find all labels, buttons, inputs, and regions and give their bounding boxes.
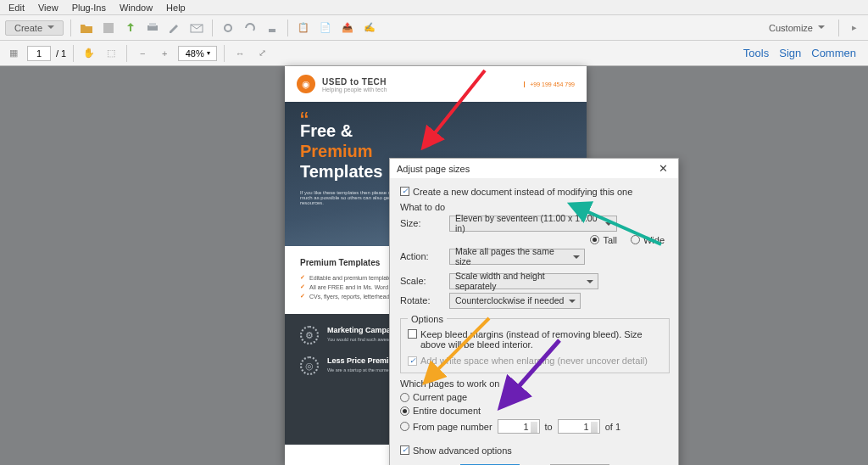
refresh-icon[interactable] bbox=[242, 20, 259, 36]
tools-link[interactable]: Tools bbox=[743, 47, 769, 59]
from-page-radio[interactable]: From page number bbox=[400, 422, 492, 432]
page-total: / 1 bbox=[56, 48, 66, 59]
brand-name: USED to TECH bbox=[322, 77, 387, 87]
to-label: to bbox=[545, 422, 553, 432]
stamp-icon[interactable] bbox=[264, 20, 281, 36]
thumbnails-icon[interactable]: ▦ bbox=[5, 45, 22, 62]
whitespace-checkbox: Add white space when enlarging (never un… bbox=[408, 356, 648, 366]
document-stage: ◉ USED to TECH Helping people with tech … bbox=[0, 66, 868, 465]
rotate-label: Rotate: bbox=[400, 295, 442, 305]
fit-page-icon[interactable]: ⤢ bbox=[253, 45, 270, 62]
fit-width-icon[interactable]: ↔ bbox=[231, 45, 248, 62]
scale-dropdown[interactable]: Scale width and height separately bbox=[449, 273, 598, 289]
print-icon[interactable] bbox=[144, 20, 161, 36]
page-number-input[interactable]: 1 bbox=[27, 46, 51, 61]
action-label: Action: bbox=[400, 251, 442, 261]
menu-bar: Edit View Plug-Ins Window Help bbox=[0, 0, 868, 15]
zoom-in-icon[interactable]: + bbox=[156, 45, 173, 62]
to-page-input[interactable]: 1 bbox=[558, 419, 600, 434]
overflow-icon[interactable]: ▸ bbox=[846, 20, 863, 36]
brand-logo-icon: ◉ bbox=[297, 75, 315, 93]
hero-line3: Templates bbox=[300, 162, 382, 181]
size-dropdown[interactable]: Eleven by seventeen (11.00 x 17.00 in) bbox=[449, 216, 617, 232]
adjust-page-sizes-dialog: Adjust page sizes ✕ Create a new documen… bbox=[389, 158, 679, 465]
save-icon[interactable] bbox=[100, 20, 117, 36]
brand-phone: +99 199 454 799 bbox=[524, 81, 575, 87]
chevron-down-icon bbox=[818, 25, 825, 30]
svg-rect-5 bbox=[269, 29, 275, 32]
page-icon[interactable]: 📄 bbox=[317, 20, 334, 36]
open-icon[interactable] bbox=[78, 20, 95, 36]
tall-radio[interactable]: Tall bbox=[590, 235, 617, 245]
main-toolbar: Create 📋 📄 📤 ✍ Customize ▸ bbox=[0, 15, 868, 41]
size-label: Size: bbox=[400, 218, 442, 228]
zoom-out-icon[interactable]: − bbox=[134, 45, 151, 62]
gear-icon: ⚙ bbox=[300, 326, 319, 345]
customize-button[interactable]: Customize bbox=[762, 21, 832, 35]
scale-label: Scale: bbox=[400, 276, 442, 286]
select-tool-icon[interactable]: ⬚ bbox=[103, 45, 120, 62]
svg-point-4 bbox=[225, 25, 231, 31]
what-to-do-label: What to do bbox=[400, 202, 670, 212]
edit-icon[interactable] bbox=[166, 20, 183, 36]
hero-line2: Premium bbox=[300, 142, 373, 160]
which-pages-label: Which pages to work on bbox=[400, 378, 670, 389]
current-page-radio[interactable]: Current page bbox=[400, 392, 467, 402]
zoom-input[interactable]: 48%▾ bbox=[178, 46, 217, 61]
clipboard-icon[interactable]: 📋 bbox=[295, 20, 312, 36]
nav-toolbar: ▦ 1 / 1 ✋ ⬚ − + 48%▾ ↔ ⤢ Tools Sign Comm… bbox=[0, 41, 868, 66]
target-icon: ◎ bbox=[300, 356, 319, 375]
create-button[interactable]: Create bbox=[5, 20, 64, 36]
sign-icon[interactable]: ✍ bbox=[361, 20, 378, 36]
menu-help[interactable]: Help bbox=[161, 2, 191, 14]
menu-edit[interactable]: Edit bbox=[3, 2, 30, 14]
from-page-input[interactable]: 1 bbox=[498, 419, 540, 434]
svg-rect-0 bbox=[103, 23, 114, 33]
export-icon[interactable]: 📤 bbox=[339, 20, 356, 36]
dialog-title: Adjust page sizes bbox=[397, 164, 470, 174]
show-advanced-checkbox[interactable]: Show advanced options bbox=[400, 445, 512, 456]
hand-tool-icon[interactable]: ✋ bbox=[81, 45, 97, 62]
chevron-down-icon bbox=[47, 25, 54, 30]
of-total-label: of 1 bbox=[605, 422, 620, 432]
hero-line1: Free & bbox=[300, 121, 353, 140]
upload-icon[interactable] bbox=[122, 20, 139, 36]
wide-radio[interactable]: Wide bbox=[631, 235, 665, 245]
menu-window[interactable]: Window bbox=[114, 2, 158, 14]
gear-icon[interactable] bbox=[220, 20, 236, 36]
brand-tagline: Helping people with tech bbox=[322, 87, 387, 92]
comment-link[interactable]: Commen bbox=[811, 47, 856, 59]
options-fieldset: Options Keep bleed margins (instead of r… bbox=[400, 314, 670, 374]
create-new-doc-checkbox[interactable]: Create a new document instead of modifyi… bbox=[400, 187, 632, 197]
action-dropdown[interactable]: Make all pages the same size bbox=[449, 249, 585, 265]
keep-bleed-checkbox[interactable]: Keep bleed margins (instead of removing … bbox=[408, 329, 658, 350]
sign-link[interactable]: Sign bbox=[779, 47, 801, 59]
menu-view[interactable]: View bbox=[33, 2, 64, 14]
entire-document-radio[interactable]: Entire document bbox=[400, 406, 481, 416]
menu-plugins[interactable]: Plug-Ins bbox=[67, 2, 111, 14]
options-legend: Options bbox=[408, 314, 447, 324]
mail-icon[interactable] bbox=[188, 20, 205, 36]
rotate-dropdown[interactable]: Counterclockwise if needed bbox=[449, 293, 581, 309]
close-icon[interactable]: ✕ bbox=[655, 162, 671, 175]
svg-rect-2 bbox=[149, 23, 156, 26]
